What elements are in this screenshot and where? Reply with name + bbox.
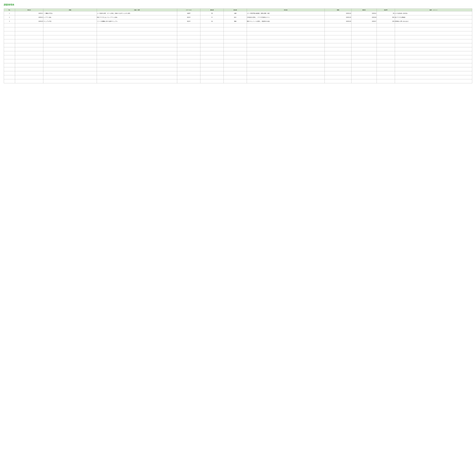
cell-priority: 中 — [200, 15, 224, 19]
cell-empty — [395, 79, 472, 83]
table-row-empty — [4, 39, 472, 43]
cell-empty — [377, 47, 395, 51]
cell-empty — [15, 55, 43, 59]
cell-empty — [97, 43, 177, 47]
cell-empty — [377, 75, 395, 79]
header-due: 期限 — [325, 9, 351, 11]
table-row-empty — [4, 67, 472, 71]
cell-empty — [200, 43, 224, 47]
cell-due: 2025/1/20 — [325, 19, 351, 23]
cell-empty — [43, 31, 97, 35]
table-row: 32025/1/5マニュアル不足リリース前機能に対する操作マニュアル対応中低高橋… — [4, 19, 472, 23]
cell-empty — [177, 47, 200, 51]
cell-empty — [4, 63, 15, 67]
cell-empty — [15, 43, 43, 47]
cell-empty — [395, 71, 472, 75]
cell-empty — [97, 35, 177, 39]
cell-empty — [15, 71, 43, 75]
cell-empty — [247, 51, 325, 55]
cell-empty — [247, 23, 325, 27]
cell-empty — [247, 79, 325, 83]
cell-empty — [97, 47, 177, 51]
cell-empty — [15, 27, 43, 31]
cell-empty — [15, 39, 43, 43]
cell-empty — [395, 67, 472, 71]
cell-empty — [97, 31, 177, 35]
cell-empty — [4, 43, 15, 47]
cell-empty — [351, 59, 377, 63]
cell-empty — [395, 31, 472, 35]
cell-empty — [43, 47, 97, 51]
cell-empty — [395, 51, 472, 55]
cell-empty — [177, 75, 200, 79]
cell-empty — [351, 43, 377, 47]
cell-empty — [15, 63, 43, 67]
cell-empty — [351, 35, 377, 39]
cell-empty — [4, 47, 15, 51]
cell-empty — [224, 59, 247, 63]
cell-empty — [247, 55, 325, 59]
table-row: 12025/1/1〇〇機能の不具合ユーザ操作Aの際、エラーが発生。詳細ログはXX… — [4, 11, 472, 15]
cell-empty — [395, 47, 472, 51]
table-row-empty — [4, 59, 472, 63]
cell-empty — [43, 27, 97, 31]
table-row-empty — [4, 31, 472, 35]
cell-empty — [247, 59, 325, 63]
cell-empty — [395, 35, 472, 39]
cell-empty — [97, 55, 177, 59]
cell-empty — [325, 43, 351, 47]
cell-empty — [97, 59, 177, 63]
cell-empty — [395, 63, 472, 67]
header-action: 対応策 — [247, 9, 325, 11]
cell-empty — [200, 55, 224, 59]
cell-empty — [377, 27, 395, 31]
cell-empty — [247, 75, 325, 79]
cell-empty — [200, 67, 224, 71]
cell-empty — [224, 27, 247, 31]
cell-empty — [4, 35, 15, 39]
cell-empty — [325, 67, 351, 71]
cell-empty — [4, 31, 15, 35]
table-row-empty — [4, 27, 472, 31]
table-row-empty — [4, 51, 472, 55]
cell-empty — [43, 75, 97, 79]
cell-empty — [377, 51, 395, 55]
cell-empty — [15, 51, 43, 55]
cell-empty — [43, 55, 97, 59]
cell-action: 既存ドキュメントを流用し、新規部分を追記 — [247, 19, 325, 23]
cell-empty — [15, 59, 43, 63]
cell-empty — [97, 79, 177, 83]
cell-empty — [224, 55, 247, 59]
cell-empty — [15, 75, 43, 79]
header-no: No. — [4, 9, 15, 11]
cell-empty — [200, 79, 224, 83]
cell-empty — [377, 43, 395, 47]
cell-empty — [224, 75, 247, 79]
cell-status: 未着手 — [177, 11, 200, 15]
cell-empty — [377, 23, 395, 27]
cell-progress: 20% — [377, 19, 395, 23]
cell-due: 2025/1/10 — [325, 11, 351, 15]
cell-empty — [43, 43, 97, 47]
cell-empty — [15, 31, 43, 35]
cell-empty — [43, 39, 97, 43]
cell-empty — [15, 23, 43, 27]
cell-no: 3 — [4, 19, 15, 23]
cell-empty — [351, 79, 377, 83]
cell-empty — [97, 23, 177, 27]
cell-note: 他ブラウザも要確認 — [395, 15, 472, 19]
cell-empty — [247, 31, 325, 35]
cell-empty — [177, 39, 200, 43]
cell-empty — [97, 27, 177, 31]
cell-empty — [200, 39, 224, 43]
header-issue: 課題 — [43, 9, 97, 11]
table-row-empty — [4, 23, 472, 27]
cell-empty — [351, 31, 377, 35]
cell-empty — [4, 71, 15, 75]
cell-priority: 高 — [200, 11, 224, 15]
cell-empty — [43, 35, 97, 39]
cell-empty — [247, 71, 325, 75]
cell-date: 2025/1/2 — [15, 15, 43, 19]
cell-priority: 低 — [200, 19, 224, 23]
cell-empty — [247, 27, 325, 31]
